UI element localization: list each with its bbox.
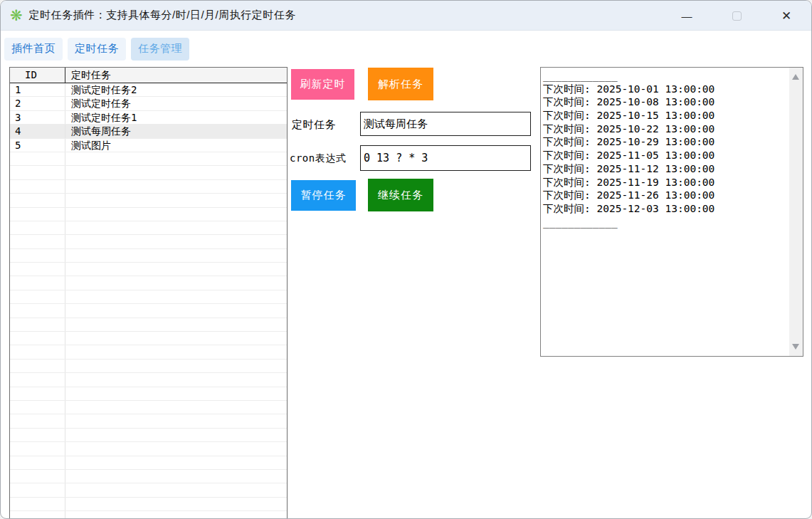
table-row[interactable]: 5 测试图片 [10,139,287,152]
cell-id [10,429,65,441]
close-button[interactable]: ✕ [770,1,803,31]
cell-task [65,373,287,386]
cell-task [65,498,287,510]
cell-id [10,345,65,358]
minimize-button[interactable]: — [670,1,703,31]
tab-task-management[interactable]: 任务管理 [131,38,189,61]
cell-task [65,360,287,372]
log-scrollbar[interactable] [789,68,803,356]
table-row-empty [10,511,287,519]
table-row-empty [10,345,287,359]
cell-task [65,166,287,179]
cell-task [65,414,287,427]
cell-id [10,235,65,248]
cell-id [10,180,65,193]
log-line: 下次时间: 2025-12-03 13:00:00 [543,202,789,216]
log-line: 下次时间: 2025-11-05 13:00:00 [543,149,789,162]
cell-task: 测试图片 [65,139,287,152]
table-row-empty [10,442,287,456]
table-row-empty [10,194,287,207]
table-row-empty [10,456,287,470]
next-run-times-panel: ____________ 下次时间: 2025-10-01 13:00:00 下… [540,67,803,357]
maximize-button[interactable] [720,1,753,31]
cell-id [10,194,65,206]
table-row[interactable]: 3 测试定时任务1 [10,111,287,125]
cell-task [65,263,287,276]
cell-id [10,414,65,427]
cell-task [65,318,287,331]
cell-task [65,456,287,469]
cell-task [65,387,287,400]
cell-id [10,221,65,234]
table-row-empty [10,235,287,248]
next-run-times-text[interactable]: ____________ 下次时间: 2025-10-01 13:00:00 下… [541,68,789,356]
cell-task [65,249,287,262]
tab-bar: 插件首页 定时任务 任务管理 [4,38,189,61]
cell-task [65,235,287,248]
resume-task-button[interactable]: 继续任务 [368,179,433,211]
table-row-empty [10,221,287,235]
cell-task [65,429,287,441]
cell-task [65,276,287,289]
table-row-empty [10,373,287,387]
parse-task-button[interactable]: 解析任务 [368,68,433,100]
cell-id [10,332,65,345]
cell-id [10,401,65,414]
cell-task [65,194,287,206]
cell-id [10,511,65,519]
table-row-empty [10,498,287,511]
tab-scheduled-tasks[interactable]: 定时任务 [68,38,126,61]
cell-id [10,208,65,221]
cell-id [10,263,65,276]
cell-id [10,470,65,483]
cell-id [10,373,65,386]
scroll-up-icon[interactable] [792,74,799,80]
table-row[interactable]: 4 测试每周任务 [10,125,287,138]
table-row-empty [10,304,287,318]
table-row-empty [10,483,287,497]
table-row-empty [10,166,287,179]
window-controls: — ✕ [670,1,811,31]
pause-task-button[interactable]: 暂停任务 [291,180,356,211]
cell-task [65,221,287,234]
app-window: ❋ 定时任务插件：支持具体每分/时/日/月/周执行定时任务 — ✕ 插件首页 定… [0,0,812,519]
log-line: 下次时间: 2025-11-19 13:00:00 [543,176,789,189]
log-separator: ____________ [543,69,789,83]
task-name-input[interactable] [360,112,531,136]
cell-id [10,276,65,289]
table-row-empty [10,152,287,166]
log-line: 下次时间: 2025-10-08 13:00:00 [543,95,789,109]
table-row[interactable]: 1 测试定时任务2 [10,83,287,97]
scroll-down-icon[interactable] [792,344,799,350]
cell-id: 3 [10,111,65,124]
cell-task [65,152,287,165]
table-row-empty [10,208,287,221]
table-row-empty [10,414,287,428]
table-row-empty [10,249,287,263]
table-header: ID 定时任务 [10,68,287,83]
refresh-timer-button[interactable]: 刷新定时 [291,69,354,100]
table-row[interactable]: 2 测试定时任务 [10,97,287,110]
cell-task [65,401,287,414]
cell-id [10,456,65,469]
cell-id [10,249,65,262]
cell-id [10,318,65,331]
app-snowflake-icon: ❋ [10,8,23,23]
cell-id: 5 [10,139,65,152]
log-line: 下次时间: 2025-10-22 13:00:00 [543,122,789,136]
cell-task: 测试定时任务 [65,97,287,110]
table-row-empty [10,401,287,414]
cell-id [10,304,65,317]
cell-id: 4 [10,125,65,137]
cell-task [65,345,287,358]
cell-task: 测试每周任务 [65,125,287,137]
cron-expression-input[interactable] [360,145,531,171]
table-row-empty [10,276,287,290]
cell-id [10,360,65,372]
cron-expression-label: cron表达式 [290,152,346,165]
cell-task [65,511,287,519]
cell-id [10,498,65,510]
tab-plugin-home[interactable]: 插件首页 [4,38,63,61]
table-row-empty [10,470,287,483]
cell-id: 1 [10,83,65,96]
